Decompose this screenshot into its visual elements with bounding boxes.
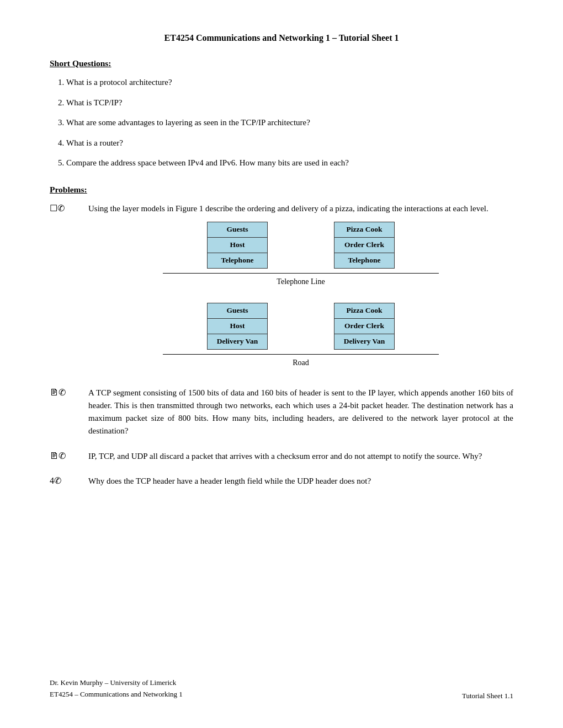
road-line-label: Road xyxy=(293,357,309,369)
problem-4-text: Why does the TCP header have a header le… xyxy=(88,475,513,488)
road-line-row: Road xyxy=(88,353,513,369)
problem-2: 🖹✆ A TCP segment consisting of 1500 bits… xyxy=(50,387,513,438)
telephone-line-row: Telephone Line xyxy=(88,272,513,288)
footer-left: Dr. Kevin Murphy – University of Limeric… xyxy=(50,677,183,700)
question-2: What is TCP/IP? xyxy=(66,97,513,109)
question-4: What is a router? xyxy=(66,137,513,149)
left-node-telephone: Guests Host Telephone xyxy=(207,222,268,269)
right-order-clerk: Order Clerk xyxy=(334,237,395,253)
road-line-hr xyxy=(163,354,439,355)
question-1: What is a protocol architecture? xyxy=(66,76,513,89)
diagram-telephone: Guests Host Telephone Pizza Cook Order C… xyxy=(88,222,513,287)
questions-list: What is a protocol architecture? What is… xyxy=(66,76,513,169)
footer-author-line: Dr. Kevin Murphy – University of Limeric… xyxy=(50,677,183,689)
left-delivery-van: Delivery Van xyxy=(208,334,268,350)
problem-1-text: Using the layer models in Figure 1 descr… xyxy=(88,202,513,374)
problem-2-text: A TCP segment consisting of 1500 bits of… xyxy=(88,387,513,438)
diagram-tables-row: Guests Host Telephone Pizza Cook Order C… xyxy=(207,222,395,269)
footer-course-line: ET4254 – Communications and Networking 1 xyxy=(50,689,183,700)
right-delivery-van: Delivery Van xyxy=(334,334,395,350)
left-host: Host xyxy=(208,237,268,253)
question-3: What are some advantages to layering as … xyxy=(66,116,513,129)
diagram-spacer xyxy=(88,287,513,303)
telephone-line-hr xyxy=(163,273,439,274)
right-node-telephone: Pizza Cook Order Clerk Telephone xyxy=(334,222,395,269)
left-host-2: Host xyxy=(208,319,268,334)
right-telephone: Telephone xyxy=(334,253,395,268)
right-order-clerk-2: Order Clerk xyxy=(334,319,395,334)
question-5: Compare the address space between IPv4 a… xyxy=(66,157,513,169)
page-footer: Dr. Kevin Murphy – University of Limeric… xyxy=(50,677,513,700)
left-node-road: Guests Host Delivery Van xyxy=(207,303,268,350)
left-guests: Guests xyxy=(208,222,268,237)
left-guests-2: Guests xyxy=(208,303,268,319)
right-node-road: Pizza Cook Order Clerk Delivery Van xyxy=(334,303,395,350)
problem-2-icon: 🖹✆ xyxy=(50,387,88,398)
problem-3: 🖹✆ IP, TCP, and UDP all discard a packet… xyxy=(50,450,513,463)
footer-right: Tutorial Sheet 1.1 xyxy=(462,692,513,700)
telephone-line-label: Telephone Line xyxy=(277,276,325,288)
short-questions-heading: Short Questions: xyxy=(50,58,513,68)
problems-heading: Problems: xyxy=(50,185,513,195)
problem-3-text: IP, TCP, and UDP all discard a packet th… xyxy=(88,450,513,463)
problem-4: 4✆ Why does the TCP header have a header… xyxy=(50,475,513,488)
diagram-container: Guests Host Telephone Pizza Cook Order C… xyxy=(88,222,513,369)
problem-4-icon: 4✆ xyxy=(50,475,88,486)
diagram-road: Guests Host Delivery Van Pizza Cook Orde… xyxy=(88,303,513,368)
diagram-tables-row-2: Guests Host Delivery Van Pizza Cook Orde… xyxy=(207,303,395,350)
right-pizza-cook-2: Pizza Cook xyxy=(334,303,395,319)
problem-1-icon: ☐✆ xyxy=(50,202,88,213)
right-pizza-cook: Pizza Cook xyxy=(334,222,395,237)
problem-3-icon: 🖹✆ xyxy=(50,450,88,461)
problems-section: Problems: ☐✆ Using the layer models in F… xyxy=(50,185,513,488)
page-title: ET4254 Communications and Networking 1 –… xyxy=(50,33,513,43)
problem-1: ☐✆ Using the layer models in Figure 1 de… xyxy=(50,202,513,374)
left-telephone: Telephone xyxy=(208,253,268,268)
